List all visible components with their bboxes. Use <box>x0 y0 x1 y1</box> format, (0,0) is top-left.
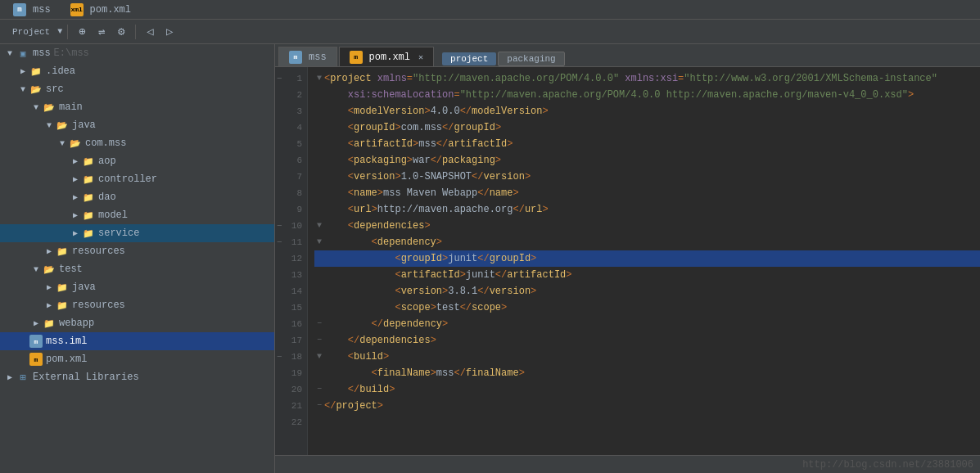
sidebar-item-aop[interactable]: aop <box>0 152 274 170</box>
code-line-6: <packaging>war</packaging> <box>314 152 980 169</box>
sidebar-item-resources[interactable]: resources <box>0 242 274 260</box>
src-arrow <box>16 83 29 96</box>
java-arrow <box>43 119 56 132</box>
sidebar-item-main[interactable]: main <box>0 98 274 116</box>
toolbar-divider-1 <box>67 25 68 39</box>
test-resources-folder-icon <box>56 299 69 312</box>
top-tab-mss[interactable]: m mss <box>7 2 57 18</box>
sidebar-item-test[interactable]: test <box>0 260 274 278</box>
sidebar-item-dao[interactable]: dao <box>0 188 274 206</box>
sidebar-item-model[interactable]: model <box>0 206 274 224</box>
sidebar-item-webapp[interactable]: webapp <box>0 314 274 332</box>
webapp-label: webapp <box>59 318 94 329</box>
com-mss-label: com.mss <box>85 137 126 149</box>
code-line-9: <url>http://maven.apache.org</url> <box>314 201 980 218</box>
fold-20: − <box>314 381 324 398</box>
editor-tab-pom-close[interactable]: ✕ <box>418 52 423 62</box>
sync-btn[interactable]: ⇌ <box>93 23 111 41</box>
code-line-21: − </project> <box>314 398 980 414</box>
tab-pills: project packaging <box>439 52 568 66</box>
mss-label: mss <box>33 47 51 59</box>
sidebar-item-service[interactable]: service <box>0 224 274 242</box>
fold-11[interactable]: ▼ <box>314 234 324 250</box>
service-folder-icon <box>82 227 95 240</box>
idea-folder-icon <box>29 65 43 78</box>
toolbar: Project ▼ ⊕ ⇌ ⚙ ◁ ▷ <box>0 20 980 44</box>
sidebar-item-test-java[interactable]: java <box>0 278 274 296</box>
project-dropdown[interactable]: Project <box>7 25 56 39</box>
editor-tab-pom[interactable]: m pom.xml ✕ <box>339 47 434 66</box>
fold-10[interactable]: ▼ <box>314 218 324 234</box>
fold-1[interactable]: ▼ <box>314 70 324 87</box>
line-16: 16 <box>275 316 307 332</box>
sidebar-item-java[interactable]: java <box>0 116 274 134</box>
test-java-arrow <box>43 281 56 294</box>
test-arrow <box>29 263 43 276</box>
line-20: 20 <box>275 381 307 398</box>
line-5: 5 <box>275 136 307 152</box>
test-resources-label: resources <box>72 300 125 311</box>
pill-packaging[interactable]: packaging <box>498 52 564 66</box>
test-label: test <box>59 264 83 275</box>
src-label: src <box>46 83 64 95</box>
code-line-13: <artifactId>junit</artifactId> <box>314 267 980 283</box>
prev-btn[interactable]: ◁ <box>141 23 159 41</box>
code-line-15: <scope>test</scope> <box>314 300 980 316</box>
sidebar-item-pom-xml[interactable]: m pom.xml <box>0 350 274 368</box>
line-22: 22 <box>275 414 307 430</box>
pill-project[interactable]: project <box>442 52 496 65</box>
src-folder-icon <box>29 83 43 96</box>
fold-18[interactable]: ▼ <box>314 349 324 365</box>
main-label: main <box>59 101 83 113</box>
external-libs-label: External Libraries <box>33 372 139 383</box>
com-mss-arrow <box>56 137 69 150</box>
code-line-1: ▼ <project xmlns="http://maven.apache.or… <box>314 70 980 87</box>
pom-xml-icon: m <box>29 353 43 366</box>
dao-label: dao <box>98 191 116 203</box>
editor-tab-pom-label: pom.xml <box>369 52 410 63</box>
line-19: 19 <box>275 365 307 381</box>
aop-folder-icon <box>82 155 95 168</box>
top-bar: m mss xml pom.xml <box>0 0 980 20</box>
editor-tab-mss[interactable]: m mss <box>278 47 337 66</box>
sidebar-item-external-libs[interactable]: ⊞ External Libraries <box>0 368 274 386</box>
add-btn[interactable]: ⊕ <box>73 23 91 41</box>
next-btn[interactable]: ▷ <box>160 23 178 41</box>
editor-tab-pom-icon: m <box>350 51 363 64</box>
line-numbers: 1 2 3 4 5 6 7 8 9 10 11 12 13 14 15 16 1… <box>275 67 308 455</box>
code-line-7: <version>1.0-SNAPSHOT</version> <box>314 169 980 185</box>
main-folder-icon <box>43 101 56 114</box>
test-java-folder-icon <box>56 281 69 294</box>
line-2: 2 <box>275 87 307 103</box>
watermark: http://blog.csdn.net/z3881006 <box>802 459 973 471</box>
test-java-label: java <box>72 282 96 293</box>
m-icon: m <box>13 3 26 16</box>
java-label: java <box>72 119 96 131</box>
mss-arrow <box>3 47 16 60</box>
sidebar-item-src[interactable]: src <box>0 80 274 98</box>
sidebar-item-test-resources[interactable]: resources <box>0 296 274 314</box>
top-tab-pom[interactable]: xml pom.xml <box>64 2 138 18</box>
xml-icon-top: xml <box>70 3 84 16</box>
sidebar-item-com-mss[interactable]: com.mss <box>0 134 274 152</box>
controller-label: controller <box>98 173 157 185</box>
webapp-arrow <box>29 317 43 330</box>
project-arrow-icon[interactable]: ▼ <box>57 27 62 36</box>
line-8: 8 <box>275 185 307 201</box>
line-14: 14 <box>275 283 307 300</box>
line-21: 21 <box>275 398 307 414</box>
mss-path: E:\mss <box>54 47 89 59</box>
code-content[interactable]: ▼ <project xmlns="http://maven.apache.or… <box>308 67 980 455</box>
sidebar-item-mss[interactable]: ▣ mss E:\mss <box>0 44 274 62</box>
sidebar-item-idea[interactable]: .idea <box>0 62 274 80</box>
mss-module-icon: ▣ <box>16 47 29 60</box>
code-editor[interactable]: 1 2 3 4 5 6 7 8 9 10 11 12 13 14 15 16 1… <box>275 67 980 455</box>
editor-tab-mss-label: mss <box>309 52 327 63</box>
sidebar-item-mss-iml[interactable]: m mss.iml <box>0 332 274 350</box>
sidebar-item-controller[interactable]: controller <box>0 170 274 188</box>
aop-label: aop <box>98 155 116 167</box>
external-libs-icon: ⊞ <box>16 371 29 384</box>
settings-btn[interactable]: ⚙ <box>112 23 130 41</box>
editor-tab-mss-icon: m <box>289 51 302 64</box>
model-folder-icon <box>82 209 95 222</box>
